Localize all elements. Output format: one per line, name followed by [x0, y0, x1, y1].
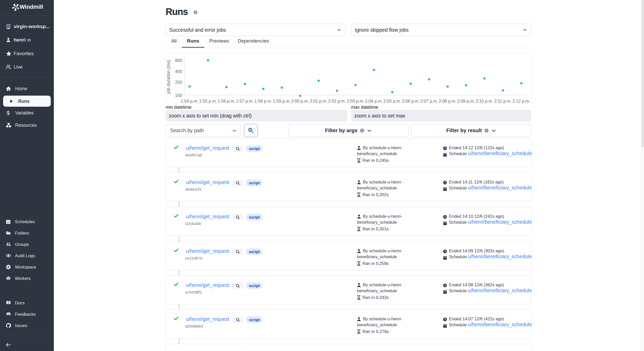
svg-text:1:56 p.m.: 1:56 p.m. — [218, 99, 235, 103]
svg-text:1:55 p.m.: 1:55 p.m. — [199, 99, 217, 103]
svg-text:i: i — [486, 129, 487, 132]
svg-text:400: 400 — [175, 69, 182, 74]
svg-text:i: i — [195, 11, 196, 14]
svg-text:1:58 p.m.: 1:58 p.m. — [255, 99, 272, 103]
svg-text:2:00 p.m.: 2:00 p.m. — [291, 99, 309, 103]
svg-text:2:09 p.m.: 2:09 p.m. — [457, 99, 475, 103]
svg-text:600: 600 — [175, 58, 182, 63]
svg-text:2:02 p.m.: 2:02 p.m. — [328, 99, 346, 103]
svg-text:i: i — [362, 129, 362, 132]
svg-text:2:07 p.m.: 2:07 p.m. — [420, 99, 438, 103]
svg-text:2:01 p.m.: 2:01 p.m. — [310, 99, 327, 103]
svg-text:2:06 p.m.: 2:06 p.m. — [402, 99, 420, 103]
svg-text:2:10 p.m.: 2:10 p.m. — [476, 99, 493, 103]
svg-text:2:04 p.m.: 2:04 p.m. — [365, 99, 383, 103]
svg-text:1:54 p.m.: 1:54 p.m. — [181, 99, 199, 103]
svg-text:2:08 p.m.: 2:08 p.m. — [439, 99, 456, 103]
svg-text:1:59 p.m.: 1:59 p.m. — [273, 99, 291, 103]
svg-text:250: 250 — [175, 80, 182, 85]
svg-text:150: 150 — [175, 93, 182, 98]
svg-text:1:57 p.m.: 1:57 p.m. — [236, 99, 254, 103]
svg-text:2:03 p.m.: 2:03 p.m. — [347, 99, 365, 103]
svg-text:2:11 p.m.: 2:11 p.m. — [494, 99, 512, 103]
svg-text:job duration (ms): job duration (ms) — [166, 60, 171, 94]
svg-text:2:05 p.m.: 2:05 p.m. — [384, 99, 401, 103]
svg-text:2:12 p.m.: 2:12 p.m. — [512, 99, 530, 103]
